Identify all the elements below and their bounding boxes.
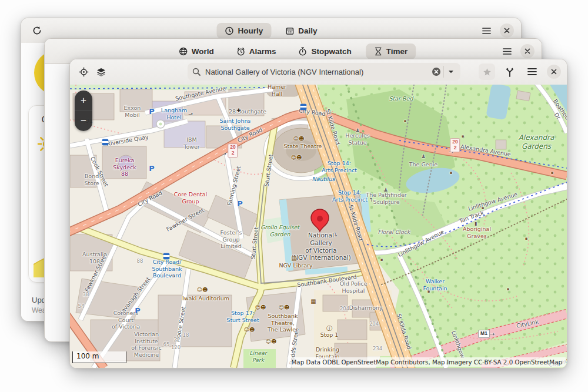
close-icon <box>504 28 510 33</box>
clocks-menu-button[interactable] <box>498 42 516 60</box>
calendar-icon <box>285 26 294 35</box>
refresh-icon <box>32 26 42 35</box>
maps-close-button[interactable] <box>547 65 561 79</box>
hamburger-icon <box>503 48 512 55</box>
tab-hourly-label: Hourly <box>238 26 263 35</box>
maps-window: Southgate AvenueCity RoadCity RoadCity R… <box>69 59 567 368</box>
hamburger-icon <box>527 68 537 76</box>
tab-world-label: World <box>192 47 214 56</box>
maps-headerbar <box>70 59 567 85</box>
tab-daily[interactable]: Daily <box>277 23 325 39</box>
route-icon <box>505 67 514 77</box>
tab-world[interactable]: World <box>171 43 222 59</box>
globe-icon <box>179 47 188 56</box>
layers-button[interactable] <box>92 63 110 81</box>
clocks-close-button[interactable] <box>520 44 534 58</box>
tab-timer[interactable]: Timer <box>366 43 416 59</box>
map-view[interactable]: Southgate AvenueCity RoadCity RoadCity R… <box>70 85 567 368</box>
map-attribution: Map Data ODBL OpenStreetMap Contributors… <box>288 357 566 367</box>
hourglass-icon <box>374 47 382 56</box>
close-icon <box>524 48 530 54</box>
alarm-icon <box>236 47 245 56</box>
weather-close-button[interactable] <box>500 24 514 38</box>
stopwatch-icon <box>298 47 307 56</box>
star-icon <box>483 68 492 76</box>
tab-hourly[interactable]: Hourly <box>216 23 271 39</box>
layers-icon <box>96 68 106 76</box>
zoom-control: + − <box>75 91 92 131</box>
crosshair-icon <box>79 67 89 77</box>
search-dropdown-caret-icon[interactable] <box>446 67 456 76</box>
clear-search-icon[interactable] <box>432 67 441 76</box>
refresh-button[interactable] <box>28 22 46 39</box>
goto-location-button[interactable] <box>75 63 92 81</box>
tab-stopwatch[interactable]: Stopwatch <box>290 43 359 59</box>
close-icon <box>551 69 557 75</box>
map-canvas <box>70 85 567 368</box>
tab-alarms-label: Alarms <box>249 47 276 56</box>
clock-icon <box>225 26 233 35</box>
maps-menu-button[interactable] <box>524 63 540 81</box>
scale-bar: 100 m <box>72 351 126 363</box>
tab-timer-label: Timer <box>386 47 408 56</box>
zoom-in-button[interactable]: + <box>75 91 92 110</box>
weather-menu-button[interactable] <box>477 22 495 39</box>
tab-alarms[interactable]: Alarms <box>228 43 285 59</box>
tab-stopwatch-label: Stopwatch <box>311 47 351 56</box>
tab-daily-label: Daily <box>298 26 317 35</box>
search-icon <box>192 68 201 76</box>
favorites-button[interactable] <box>479 63 495 80</box>
route-button[interactable] <box>502 63 517 81</box>
search-entry[interactable] <box>188 63 460 81</box>
entry-divider <box>443 66 444 78</box>
zoom-out-button[interactable]: − <box>75 111 92 131</box>
search-input[interactable] <box>204 67 432 77</box>
hamburger-icon <box>482 27 491 35</box>
